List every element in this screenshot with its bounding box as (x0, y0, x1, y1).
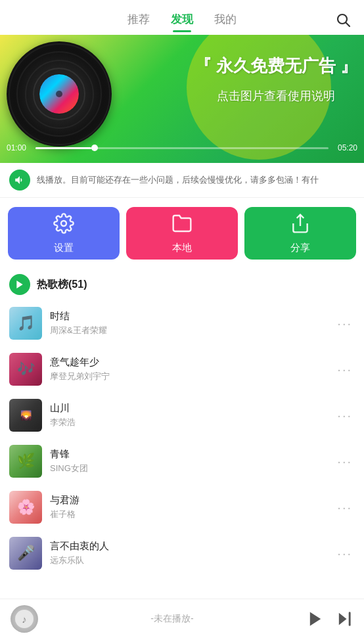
song-artist: 远东乐队 (50, 555, 327, 566)
song-list: 🎵 时结 周深&王者荣耀 ··· 🎶 意气趁年少 摩登兄弟刘宇宁 ··· 🌄 山… (0, 300, 364, 576)
player-controls (306, 610, 353, 628)
hot-list-title: 热歌榜(51) (37, 278, 87, 292)
song-cover: 🎤 (9, 537, 42, 570)
settings-label: 设置 (54, 242, 74, 254)
banner[interactable]: 『 永久免费无广告 』 点击图片查看使用说明 01:00 05:20 (0, 35, 364, 163)
tab-recommend[interactable]: 推荐 (127, 12, 150, 32)
song-more-button[interactable]: ··· (334, 454, 355, 469)
local-label: 本地 (172, 242, 192, 254)
song-artist: 周深&王者荣耀 (50, 325, 327, 336)
folder-icon (171, 213, 193, 237)
notice-bar: 线播放。目前可能还存在一些小问题，后续会慢慢优化，请多多包涵！有什 (0, 163, 364, 198)
song-item[interactable]: 🎵 时结 周深&王者荣耀 ··· (0, 300, 364, 346)
notice-icon (9, 170, 30, 191)
svg-line-1 (346, 23, 350, 27)
action-buttons: 设置 本地 分享 (0, 198, 364, 269)
banner-progress: 01:00 05:20 (7, 143, 357, 152)
song-info: 青锋 SING女团 (50, 448, 327, 474)
share-icon (290, 213, 311, 237)
progress-bar[interactable] (35, 147, 329, 149)
player-disc: ♪ (11, 605, 38, 633)
song-more-button[interactable]: ··· (334, 362, 355, 377)
song-more-button[interactable]: ··· (334, 500, 355, 515)
song-name: 时结 (50, 310, 327, 323)
song-cover: 🎵 (9, 307, 42, 340)
song-name: 青锋 (50, 448, 327, 461)
song-item[interactable]: 🎤 言不由衷的人 远东乐队 ··· (0, 530, 364, 576)
hot-list-header: 热歌榜(51) (0, 269, 364, 300)
song-item[interactable]: 🌄 山川 李荣浩 ··· (0, 392, 364, 438)
player-status: -未在播放- (46, 613, 298, 625)
song-more-button[interactable]: ··· (334, 546, 355, 561)
song-artist: SING女团 (50, 463, 327, 474)
song-name: 山川 (50, 402, 327, 415)
progress-time-left: 01:00 (7, 143, 30, 152)
vinyl-record (7, 41, 112, 147)
settings-button[interactable]: 设置 (8, 207, 120, 260)
tab-mine[interactable]: 我的 (214, 12, 237, 32)
play-button[interactable] (306, 610, 325, 628)
notice-text: 线播放。目前可能还存在一些小问题，后续会慢慢优化，请多多包涵！有什 (37, 174, 319, 186)
svg-marker-8 (339, 612, 347, 625)
song-item[interactable]: 🌿 青锋 SING女团 ··· (0, 438, 364, 484)
svg-marker-7 (310, 612, 321, 626)
share-label: 分享 (290, 242, 310, 254)
song-info: 山川 李荣浩 (50, 402, 327, 428)
progress-time-right: 05:20 (334, 143, 357, 152)
svg-text:♪: ♪ (22, 613, 27, 624)
svg-point-2 (61, 221, 66, 226)
song-info: 言不由衷的人 远东乐队 (50, 540, 327, 566)
song-cover: 🌿 (9, 445, 42, 478)
song-more-button[interactable]: ··· (334, 316, 355, 331)
song-item[interactable]: 🌸 与君游 崔子格 ··· (0, 484, 364, 530)
share-button[interactable]: 分享 (244, 207, 356, 260)
song-artist: 李荣浩 (50, 417, 327, 428)
song-info: 与君游 崔子格 (50, 494, 327, 520)
top-nav: 推荐 发现 我的 (0, 0, 364, 32)
next-button[interactable] (335, 610, 353, 628)
song-cover: 🌸 (9, 491, 42, 524)
tab-discover[interactable]: 发现 (171, 12, 193, 32)
song-name: 意气趁年少 (50, 356, 327, 369)
song-name: 与君游 (50, 494, 327, 507)
banner-subtitle: 点击图片查看使用说明 (194, 88, 357, 104)
local-button[interactable]: 本地 (126, 207, 238, 260)
song-info: 意气趁年少 摩登兄弟刘宇宁 (50, 356, 327, 382)
banner-title: 『 永久免费无广告 』 (194, 55, 357, 78)
song-item[interactable]: 🎶 意气趁年少 摩登兄弟刘宇宁 ··· (0, 346, 364, 392)
nav-tabs: 推荐 发现 我的 (127, 12, 237, 32)
banner-text: 『 永久免费无广告 』 点击图片查看使用说明 (194, 55, 357, 104)
song-artist: 崔子格 (50, 509, 327, 520)
bottom-player: ♪ -未在播放- (0, 599, 364, 638)
song-info: 时结 周深&王者荣耀 (50, 310, 327, 336)
song-artist: 摩登兄弟刘宇宁 (50, 371, 327, 382)
song-name: 言不由衷的人 (50, 540, 327, 553)
svg-marker-4 (16, 281, 22, 288)
play-all-button[interactable] (9, 274, 30, 295)
song-cover: 🌄 (9, 399, 42, 432)
search-button[interactable] (335, 12, 351, 30)
song-cover: 🎶 (9, 353, 42, 386)
gear-icon (53, 213, 74, 237)
song-more-button[interactable]: ··· (334, 408, 355, 423)
